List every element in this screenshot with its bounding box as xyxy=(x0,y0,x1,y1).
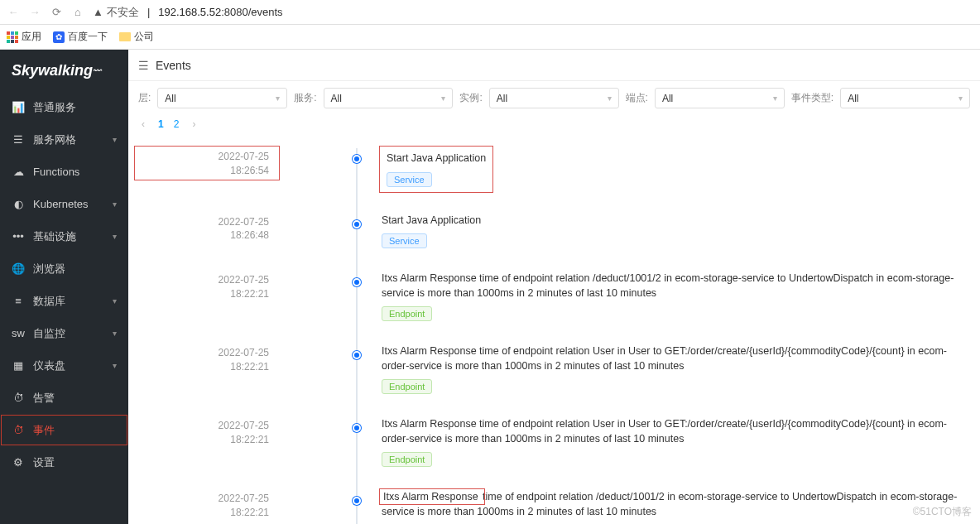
main-content: ☰ Events 层: All▾ 服务: All▾ 实例: All▾ 端点: A… xyxy=(128,50,980,524)
security-text: 不安全 xyxy=(107,5,139,20)
event-tag: Endpoint xyxy=(382,306,432,321)
nav-label: 普通服务 xyxy=(33,100,117,115)
security-indicator[interactable]: ▲ 不安全 xyxy=(93,5,139,20)
nav-icon: ≡ xyxy=(12,295,25,307)
sidebar-item-2[interactable]: ☁Functions xyxy=(0,156,128,188)
filter-select-layer[interactable]: All▾ xyxy=(157,88,287,108)
nav-icon: ☁ xyxy=(12,166,25,178)
event-timestamp: 2022-07-2518:22:21 xyxy=(137,490,277,520)
filter-label-type: 事件类型: xyxy=(791,91,833,105)
sidebar-item-0[interactable]: 📊普通服务 xyxy=(0,91,128,123)
event-tag: Endpoint xyxy=(382,452,432,467)
nav-icon: ◐ xyxy=(12,198,25,210)
sidebar-item-8[interactable]: ▦仪表盘▾ xyxy=(0,349,128,382)
event-body: Itxs Alarm Response time of endpoint rel… xyxy=(382,344,963,394)
sidebar-item-6[interactable]: ≡数据库▾ xyxy=(0,285,128,317)
event-timestamp: 2022-07-2518:22:21 xyxy=(137,272,277,301)
event-item[interactable]: 2022-07-2518:22:21 Itxs Alarm Response t… xyxy=(294,344,963,394)
watermark: ©51CTO博客 xyxy=(913,505,972,519)
back-icon[interactable]: ← xyxy=(7,6,20,18)
event-item[interactable]: 2022-07-2518:22:21 Itxs Alarm Response t… xyxy=(294,417,963,467)
filter-select-endpoint[interactable]: All▾ xyxy=(655,88,785,108)
event-item[interactable]: 2022-07-2518:22:21 Itxs Alarm Response t… xyxy=(294,272,963,321)
timeline-dot-icon xyxy=(353,351,361,359)
nav-label: 浏览器 xyxy=(33,262,117,276)
chevron-down-icon: ▾ xyxy=(113,361,117,370)
page-number[interactable]: 2 xyxy=(169,117,185,132)
nav-icon: ▦ xyxy=(12,359,25,372)
nav-label: 告警 xyxy=(33,391,117,406)
event-item[interactable]: 2022-07-2518:26:48 Start Java Applicatio… xyxy=(294,214,963,249)
sidebar-item-4[interactable]: •••基础设施▾ xyxy=(0,220,128,252)
filter-select-instance[interactable]: All▾ xyxy=(489,88,619,108)
filter-select-service[interactable]: All▾ xyxy=(324,88,454,108)
page-next-icon[interactable]: › xyxy=(189,117,199,132)
sidebar: Skywalking〰 📊普通服务☰服务网格▾☁Functions◐Kubern… xyxy=(0,50,128,524)
bookmark-label: 百度一下 xyxy=(68,30,108,44)
event-item[interactable]: 2022-07-2518:26:54 Start Java Applicatio… xyxy=(294,148,963,190)
home-icon[interactable]: ⌂ xyxy=(71,6,84,18)
timeline-dot-icon xyxy=(353,155,361,163)
sidebar-item-11[interactable]: ⚙设置 xyxy=(0,446,128,478)
filter-select-type[interactable]: All▾ xyxy=(840,88,970,108)
chevron-down-icon: ▾ xyxy=(608,94,612,103)
page-title: Events xyxy=(156,59,191,72)
event-body: Start Java Application Service xyxy=(382,214,963,249)
event-item[interactable]: 2022-07-2518:22:21 Itxs Alarm Response t… xyxy=(294,490,963,524)
event-title: Start Java Application xyxy=(387,151,486,166)
page-number[interactable]: 1 xyxy=(153,117,169,132)
menu-icon[interactable]: ☰ xyxy=(138,59,149,72)
logo: Skywalking〰 xyxy=(0,50,128,91)
event-timestamp: 2022-07-2518:22:21 xyxy=(137,344,277,374)
nav-icon: ⏱ xyxy=(12,424,25,436)
chevron-down-icon: ▾ xyxy=(113,135,117,144)
event-title: Itxs Alarm Response time of endpoint rel… xyxy=(382,344,963,373)
sidebar-item-5[interactable]: 🌐浏览器 xyxy=(0,252,128,285)
bookmarks-bar: 应用 ✿ 百度一下 公司 xyxy=(0,25,980,50)
timeline-dot-icon xyxy=(353,424,361,432)
nav-icon: ⚙ xyxy=(12,456,25,469)
chevron-down-icon: ▾ xyxy=(773,94,777,103)
address-bar[interactable]: 192.168.5.52:8080/events xyxy=(158,6,282,18)
event-title: Itxs Alarm Response time of endpoint rel… xyxy=(382,490,963,519)
nav-label: 自监控 xyxy=(33,326,104,341)
chevron-down-icon: ▾ xyxy=(441,94,445,103)
event-timestamp: 2022-07-2518:26:48 xyxy=(137,214,277,243)
sidebar-item-7[interactable]: sw自监控▾ xyxy=(0,317,128,349)
timeline-dot-icon xyxy=(353,278,361,286)
nav-icon: ⏱ xyxy=(12,392,25,404)
event-body: Start Java Application Service xyxy=(382,148,491,190)
filter-label-service: 服务: xyxy=(294,91,316,105)
nav-label: Functions xyxy=(33,166,117,178)
bookmark-label: 应用 xyxy=(22,30,41,44)
nav-icon: 🌐 xyxy=(12,262,25,275)
nav-icon: sw xyxy=(12,327,25,339)
nav-label: Kubernetes xyxy=(33,198,104,210)
sidebar-item-1[interactable]: ☰服务网格▾ xyxy=(0,123,128,156)
event-title: Itxs Alarm Response time of endpoint rel… xyxy=(382,272,963,300)
nav-icon: ••• xyxy=(12,230,25,243)
url-path: :8080/events xyxy=(221,6,282,18)
event-tag: Service xyxy=(382,233,427,248)
nav-label: 基础设施 xyxy=(33,229,104,244)
bookmark-apps[interactable]: 应用 xyxy=(7,30,41,44)
reload-icon[interactable]: ⟳ xyxy=(50,6,63,18)
timeline-dot-icon xyxy=(353,220,361,228)
chevron-down-icon: ▾ xyxy=(958,94,963,103)
chevron-down-icon: ▾ xyxy=(113,329,117,338)
nav-icon: ☰ xyxy=(12,133,25,146)
sidebar-item-10[interactable]: ⏱事件 xyxy=(0,414,128,446)
filter-label-instance: 实例: xyxy=(459,91,482,105)
bookmark-baidu[interactable]: ✿ 百度一下 xyxy=(53,30,108,44)
page-prev-icon[interactable]: ‹ xyxy=(138,117,148,132)
filter-bar: 层: All▾ 服务: All▾ 实例: All▾ 端点: All▾ 事件类型:… xyxy=(128,81,980,115)
chevron-down-icon: ▾ xyxy=(276,94,280,103)
event-timestamp: 2022-07-2518:22:21 xyxy=(137,417,277,447)
sidebar-item-3[interactable]: ◐Kubernetes▾ xyxy=(0,188,128,220)
bookmark-company[interactable]: 公司 xyxy=(119,30,154,44)
event-body: Itxs Alarm Response time of endpoint rel… xyxy=(382,490,963,524)
chevron-down-icon: ▾ xyxy=(113,296,117,305)
sidebar-item-9[interactable]: ⏱告警 xyxy=(0,382,128,414)
forward-icon[interactable]: → xyxy=(28,6,41,18)
pagination: ‹ 12 › xyxy=(128,115,980,140)
